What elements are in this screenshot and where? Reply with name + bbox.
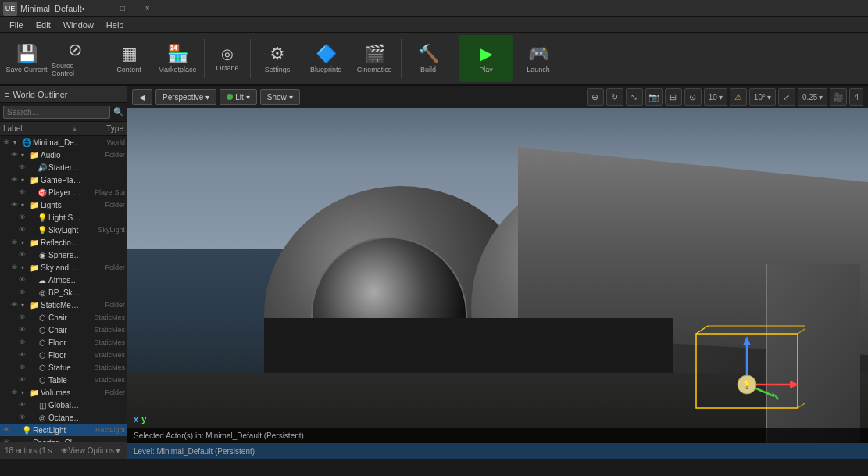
vp-scale-snap[interactable]: 0.25 ▾	[798, 88, 827, 106]
vp-warning-icon[interactable]: ⚠	[730, 88, 747, 106]
tree-row[interactable]: 👁 ⬡StatueStaticMes	[0, 361, 127, 374]
visibility-toggle[interactable]: 👁	[11, 238, 20, 246]
tree-row[interactable]: 👁▾📁StaticMeshesFolder	[0, 299, 127, 311]
tree-row[interactable]: 👁▾📁AudioFolder	[0, 149, 127, 161]
viewport[interactable]: ◀ Perspective ▾ Lit ▾ Show ▾ ⊕ ↻ ⤡ 📷 ⊞ ⊙	[127, 86, 868, 459]
toolbar-play[interactable]: ▶ Play	[459, 35, 513, 82]
col-label-type[interactable]: Type	[77, 124, 123, 133]
menu-help[interactable]: Help	[100, 20, 130, 30]
tree-row[interactable]: 👁 ◫GlobalPostFPostProc	[0, 399, 127, 411]
vp-rot-snap[interactable]: 10° ▾	[749, 88, 776, 106]
tree-row[interactable]: 👁 🔊Starter_BackAmbientS	[0, 161, 127, 174]
visibility-toggle[interactable]: 👁	[19, 313, 28, 321]
tree-row[interactable]: 👁 ⬡ChairStaticMes	[0, 324, 127, 336]
maximize-button[interactable]: □	[110, 0, 135, 17]
expand-arrow[interactable]: ▾	[21, 302, 29, 309]
toolbar-cinematics[interactable]: 🎬 Cinematics	[351, 35, 398, 82]
show-button[interactable]: Show ▾	[260, 89, 300, 105]
tree-row[interactable]: 👁 ⬡FloorStaticMes	[0, 336, 127, 349]
expand-arrow[interactable]: ▾	[21, 239, 29, 246]
tree-row[interactable]: 👁 ☁AtmosphericAtmosphe	[0, 274, 127, 286]
toolbar-settings[interactable]: ⚙ Settings	[254, 35, 301, 82]
col-label-label[interactable]: Label	[3, 124, 73, 133]
toolbar-octane[interactable]: ◎ Octane	[208, 35, 247, 82]
tree-row[interactable]: 👁 ⬡ChairStaticMes	[0, 311, 127, 324]
visibility-toggle[interactable]: 👁	[11, 151, 20, 159]
tree-row[interactable]: 👁 ◎OctaneRenderOctaneRe	[0, 411, 127, 424]
tree-row[interactable]: 👁 ⬡TableStaticMes	[0, 374, 127, 386]
visibility-toggle[interactable]: 👁	[19, 251, 28, 259]
visibility-toggle[interactable]: 👁	[19, 401, 28, 409]
minimize-button[interactable]: —	[85, 0, 110, 17]
visibility-toggle[interactable]: 👁	[19, 276, 28, 284]
visibility-toggle[interactable]: 👁	[11, 176, 20, 184]
tree-row[interactable]: 👁▾📁LightsFolder	[0, 199, 127, 211]
visibility-toggle[interactable]: 👁	[19, 213, 28, 221]
expand-arrow[interactable]: ▾	[21, 389, 29, 396]
vp-grid-snap-toggle[interactable]: ⊙	[684, 88, 702, 106]
visibility-toggle[interactable]: 👁	[19, 363, 28, 371]
vp-camera-speed[interactable]: 4	[849, 88, 863, 106]
tree-row[interactable]: 👁 🎯Player StartPlayerSta	[0, 186, 127, 199]
expand-arrow[interactable]: ▾	[13, 139, 21, 146]
visibility-toggle[interactable]: 👁	[19, 351, 28, 359]
visibility-toggle[interactable]: 👁	[19, 326, 28, 334]
vp-camera-speed-icon[interactable]: 🎥	[830, 88, 847, 106]
tree-row[interactable]: 👁 💡SkyLightSkyLight	[0, 224, 127, 236]
tree-row[interactable]: 👁 ◉SphereRefleSphereRe	[0, 249, 127, 261]
toolbar-content[interactable]: ▦ Content	[105, 35, 152, 82]
toolbar-source-control[interactable]: ⊘ Source Control	[52, 35, 98, 82]
tree-row[interactable]: 👁▾📁ReflectionCapFolder	[0, 236, 127, 249]
expand-arrow[interactable]: ▾	[21, 177, 29, 184]
viewport-nav-back[interactable]: ◀	[132, 89, 152, 105]
view-options-button[interactable]: View Options▼	[68, 446, 122, 455]
tree-row[interactable]: 👁 💡RectLightRectLight	[0, 424, 127, 436]
outliner-collapse-icon[interactable]: ≡	[5, 90, 9, 99]
visibility-toggle[interactable]: 👁	[3, 426, 13, 434]
vp-transform-tool[interactable]: ⊕	[587, 88, 604, 106]
expand-arrow[interactable]: ▾	[21, 202, 29, 209]
visibility-toggle[interactable]: 👁	[3, 138, 13, 146]
vp-camera-tool[interactable]: 📷	[645, 88, 663, 106]
toolbar-marketplace[interactable]: 🏪 Marketplace	[154, 35, 201, 82]
expand-arrow[interactable]: ▾	[21, 264, 29, 271]
visibility-toggle[interactable]: 👁	[19, 376, 28, 384]
tree-row[interactable]: 👁 ☁Spartan_CloudOctaneOr	[0, 436, 127, 442]
menu-edit[interactable]: Edit	[30, 20, 57, 30]
tree-row[interactable]: 👁 ◎BP_Sky_Sph Edit BP_S	[0, 286, 127, 299]
vp-grid-size[interactable]: 10 ▾	[704, 88, 727, 106]
visibility-toggle[interactable]: 👁	[19, 288, 28, 296]
tree-row[interactable]: 👁▾📁GamePlayActFolder	[0, 174, 127, 186]
visibility-toggle[interactable]: 👁	[19, 188, 28, 196]
menu-file[interactable]: File	[3, 20, 30, 30]
close-button[interactable]: ×	[135, 0, 160, 17]
perspective-button[interactable]: Perspective ▾	[155, 89, 216, 105]
vp-scale-tool[interactable]: ⤡	[626, 88, 643, 106]
visibility-toggle[interactable]: 👁	[11, 388, 20, 396]
vp-scale-toggle[interactable]: ⤢	[778, 88, 795, 106]
tree-row[interactable]: 👁▾📁Sky and FogFolder	[0, 261, 127, 274]
menu-window[interactable]: Window	[57, 20, 100, 30]
toolbar-launch[interactable]: 🎮 Launch	[515, 35, 562, 82]
expand-arrow[interactable]: ▾	[21, 152, 29, 159]
tree-row[interactable]: 👁 ⬡FloorStaticMes	[0, 349, 127, 361]
visibility-toggle[interactable]: 👁	[11, 263, 20, 271]
tree-row[interactable]: 👁▾🌐Minimal_DefaultWorld	[0, 136, 127, 149]
vp-grid-toggle[interactable]: ⊞	[665, 88, 682, 106]
vp-rotate-tool[interactable]: ↻	[606, 88, 623, 106]
search-input[interactable]	[3, 106, 110, 119]
visibility-toggle[interactable]: 👁	[11, 301, 20, 309]
toolbar-blueprints[interactable]: 🔷 Blueprints	[302, 35, 349, 82]
svg-line-2	[798, 326, 805, 334]
toolbar-save-current[interactable]: 💾 Save Current	[3, 35, 50, 82]
visibility-toggle[interactable]: 👁	[11, 201, 20, 209]
tree-row[interactable]: 👁 💡Light SourceDirectio	[0, 211, 127, 224]
visibility-toggle[interactable]: 👁	[19, 226, 28, 234]
toolbar-build[interactable]: 🔨 Build	[405, 35, 452, 82]
lit-button[interactable]: Lit ▾	[220, 89, 257, 105]
visibility-toggle[interactable]: 👁	[19, 338, 28, 346]
visibility-toggle[interactable]: 👁	[19, 413, 28, 421]
visibility-toggle[interactable]: 👁	[19, 163, 28, 171]
tree-row[interactable]: 👁▾📁VolumesFolder	[0, 386, 127, 399]
viewport-scene[interactable]: 💡 x y Selected Actor(s) in: Minimal_Defa…	[127, 108, 868, 459]
